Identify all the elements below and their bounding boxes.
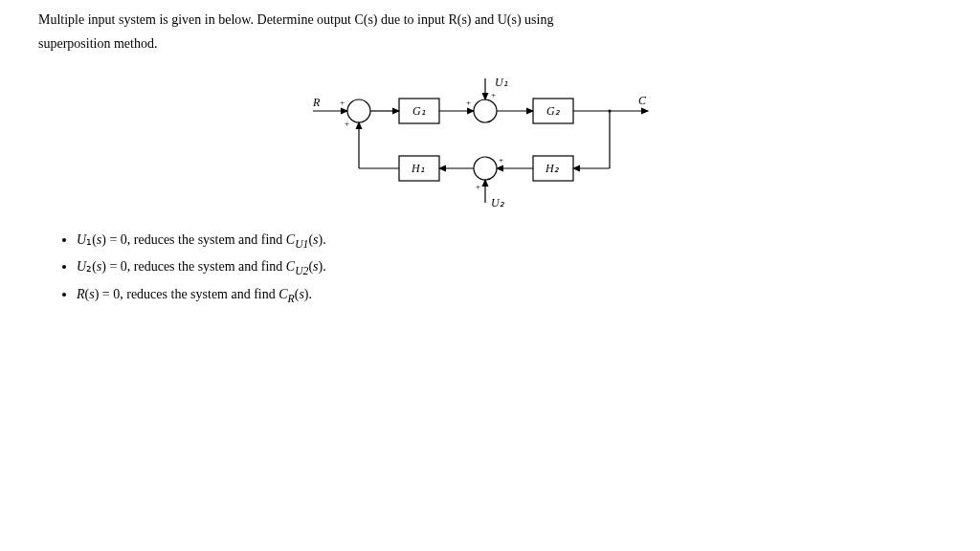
- sum-junction-1: [347, 99, 370, 122]
- list-item: U₂(s) = 0, reduces the system and find C…: [77, 256, 951, 279]
- label-H2: H₂: [545, 162, 560, 175]
- label-H1: H₁: [411, 162, 425, 175]
- block-diagram: R + + G₁ + + U₁ G₂ C H₂ + + U₂ H₁: [38, 73, 951, 216]
- sum-junction-3: [474, 157, 497, 180]
- label-R: R: [312, 96, 321, 109]
- sign-plus: +: [491, 90, 496, 99]
- sign-plus: +: [340, 98, 345, 107]
- label-U2: U₂: [491, 196, 505, 209]
- sign-plus: +: [476, 182, 480, 191]
- sum-junction-2: [474, 99, 497, 122]
- sign-plus: +: [466, 98, 471, 107]
- question-text: Multiple input system is given in below.…: [38, 10, 951, 54]
- label-C: C: [638, 94, 647, 107]
- sign-plus: +: [499, 155, 503, 165]
- bullet-list: U₁(s) = 0, reduces the system and find C…: [38, 230, 951, 307]
- sign-plus: +: [345, 119, 349, 128]
- label-G1: G₁: [412, 104, 426, 118]
- list-item: R(s) = 0, reduces the system and find CR…: [77, 284, 951, 307]
- label-U1: U₁: [495, 76, 508, 89]
- question-line-2: superposition method.: [38, 33, 951, 54]
- list-item: U₁(s) = 0, reduces the system and find C…: [77, 230, 951, 253]
- question-line-1: Multiple input system is given in below.…: [38, 10, 951, 30]
- label-G2: G₂: [546, 104, 561, 118]
